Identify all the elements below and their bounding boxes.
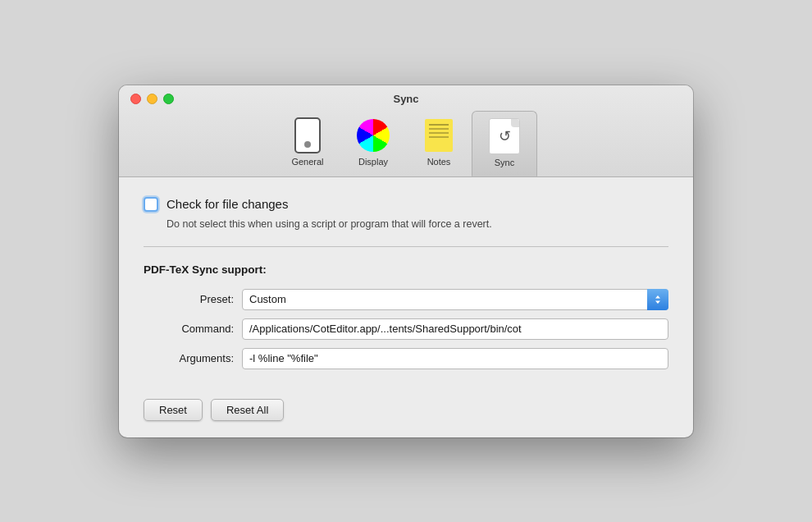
- form-rows: Preset: Custom Default None: [160, 289, 668, 369]
- tab-sync[interactable]: ↺ Sync: [472, 111, 537, 176]
- minimize-button[interactable]: [147, 94, 157, 104]
- tab-general[interactable]: General: [275, 111, 340, 176]
- arguments-input[interactable]: [242, 348, 668, 369]
- preset-row: Preset: Custom Default None: [160, 289, 668, 310]
- toolbar: General Display Notes ↺ Sync: [275, 111, 537, 176]
- arguments-label: Arguments:: [160, 352, 234, 364]
- phone-icon: [290, 117, 326, 153]
- preset-label: Preset:: [160, 293, 234, 305]
- titlebar-top: Sync: [119, 94, 693, 111]
- checkbox-row: Check for file changes: [144, 197, 668, 212]
- color-wheel-icon: [355, 117, 391, 153]
- window-controls: [130, 94, 174, 104]
- tab-display-label: Display: [358, 157, 388, 167]
- sync-icon: ↺: [486, 118, 522, 154]
- close-button[interactable]: [130, 94, 141, 104]
- section-divider: [144, 246, 668, 247]
- notes-icon: [421, 117, 457, 153]
- tab-sync-label: Sync: [495, 158, 514, 167]
- reset-button[interactable]: Reset: [144, 399, 203, 421]
- main-content: Check for file changes Do not select thi…: [119, 177, 693, 386]
- preset-select[interactable]: Custom Default None: [242, 289, 668, 310]
- tab-general-label: General: [291, 157, 323, 167]
- titlebar: Sync General Display Notes: [119, 85, 693, 177]
- pdftex-section-title: PDF-TeX Sync support:: [144, 263, 668, 276]
- maximize-button[interactable]: [163, 94, 174, 104]
- window-title: Sync: [393, 93, 418, 105]
- preferences-window: Sync General Display Notes: [119, 85, 693, 437]
- reset-all-button[interactable]: Reset All: [211, 399, 284, 421]
- footer: Reset Reset All: [119, 386, 693, 437]
- preset-select-wrapper: Custom Default None: [242, 289, 668, 310]
- command-label: Command:: [160, 323, 234, 335]
- command-input[interactable]: [242, 318, 668, 340]
- command-row: Command:: [160, 318, 668, 340]
- file-changes-checkbox[interactable]: [144, 197, 158, 212]
- tab-notes[interactable]: Notes: [406, 111, 472, 176]
- tab-notes-label: Notes: [427, 157, 451, 167]
- arguments-row: Arguments:: [160, 348, 668, 369]
- checkbox-description: Do not select this when using a script o…: [167, 218, 668, 230]
- tab-display[interactable]: Display: [340, 111, 406, 176]
- checkbox-label: Check for file changes: [167, 197, 288, 211]
